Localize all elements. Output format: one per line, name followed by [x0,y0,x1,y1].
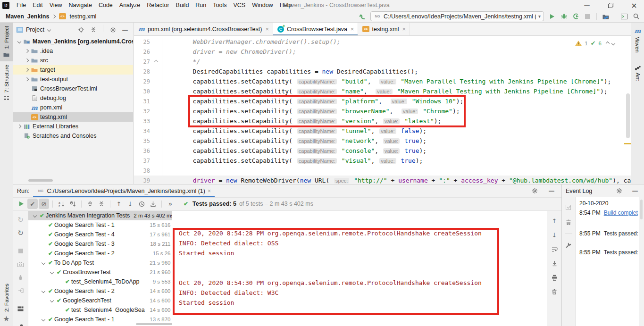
layout-icon[interactable] [16,303,26,314]
scroll-end-icon[interactable] [549,258,560,268]
project-tree-row[interactable]: CrossBrowserTest.iml [13,84,133,93]
menu-build[interactable]: Build [173,2,192,8]
editor-tab-1[interactable]: C✦CrossBrowserTest.java× [273,23,358,35]
trash-icon[interactable] [563,217,574,227]
profiler-icon[interactable] [16,272,26,283]
test-tree-row[interactable]: ✔test_Selenium4_ToDoApp9 s 553 ms [28,277,183,286]
close-tab-icon[interactable]: × [265,25,269,33]
code-line-26[interactable]: 26 driver = new ChromeDriver(); [134,47,631,57]
trash-icon[interactable] [549,286,560,297]
prev-icon[interactable]: ↑ [549,216,560,226]
gear-icon[interactable] [108,25,118,35]
softwrap-icon[interactable] [549,244,560,254]
code-line-30[interactable]: 30 capabilities.setCapability( capabilit… [134,86,631,96]
test-tree-row[interactable]: ✔GoogleSearchTest14 s 600 ms [28,296,183,305]
print-icon[interactable] [549,272,560,283]
hide-icon[interactable]: — [630,186,640,196]
maximize-icon[interactable] [605,0,616,10]
menu-refactor[interactable]: Refactor [143,2,172,8]
menu-run[interactable]: Run [192,2,209,8]
project-tree-row[interactable]: External Libraries [13,122,133,131]
debug-icon[interactable] [559,11,569,22]
locate-icon[interactable] [76,25,86,35]
project-tree-row[interactable]: Scratches and Consoles [13,131,133,141]
code-line-37[interactable]: 37 capabilities.setCapability( capabilit… [134,156,631,166]
gear-icon[interactable] [614,186,624,196]
menu-view[interactable]: View [46,2,66,8]
fold-marker-icon[interactable] [150,57,162,67]
menu-tools[interactable]: Tools [209,2,230,8]
test-tree-row[interactable]: ✔To Do App Test21 s 960 ms [28,258,183,267]
rerun-failed-icon[interactable]: ↻ [16,228,26,238]
chevron-right-icon[interactable] [24,59,30,62]
menu-edit[interactable]: Edit [29,2,46,8]
breadcrumb-project[interactable]: Maven_Jenkins [6,13,49,20]
chevron-right-icon[interactable] [24,78,30,81]
markread-icon[interactable] [563,202,574,212]
more-icon[interactable]: » [165,199,176,209]
project-view-caret-icon[interactable] [47,28,51,32]
test-tree-row[interactable]: ✔CrossBrowserTest21 s 960 ms [28,267,183,277]
test-tree-row[interactable]: ✔Google Search Test - 113 s 870 ms [28,315,183,324]
run-config-select[interactable]: NG C:/Users/Lenovo/IdeaProjects/Maven_Je… [370,11,544,21]
toolwindow-project-button[interactable]: 1: Project [0,23,13,61]
editor-tab-2[interactable]: <>testng.xml× [358,23,410,35]
project-tree-row[interactable]: <>testng.xml [13,112,133,122]
sort-alpha-icon[interactable]: az [56,199,67,209]
menu-analyze[interactable]: Analyze [116,2,143,8]
hide-icon[interactable]: — [546,186,557,196]
chevron-down-icon[interactable] [31,214,38,217]
play-icon[interactable] [16,199,26,209]
project-folder-icon[interactable] [601,11,611,22]
project-hscrollbar[interactable] [28,179,53,182]
menu-navigate[interactable]: Navigate [66,2,95,8]
collapse-all-icon[interactable] [88,25,99,35]
code-line-28[interactable]: 28 DesiredCapabilities capabilities = ne… [134,67,631,76]
chevron-down-icon[interactable] [40,261,47,264]
code-line-25[interactable]: 25 WebDriverManager.chromedriver().setup… [134,37,631,47]
event-log-scrollbar[interactable] [640,200,643,219]
test-tree-row[interactable]: ✔Google Search Test - 214 s 600 ms [28,286,183,296]
test-tree-row[interactable]: ✔Google Search Test - 417 s 961 ms [28,230,183,239]
gear-icon[interactable] [529,186,540,196]
collapse-all-icon[interactable] [96,199,107,209]
project-view-selector[interactable]: Project [26,26,44,33]
camera-icon[interactable] [16,259,26,269]
close-tab-icon[interactable]: × [208,188,211,194]
hide-icon[interactable]: — [120,25,130,35]
chevron-down-icon[interactable] [40,318,47,321]
chevron-right-icon[interactable] [16,125,23,128]
code-line-31[interactable]: 31 capabilities.setCapability( capabilit… [134,96,631,106]
code-line-33[interactable]: 33 capabilities.setCapability( capabilit… [134,116,631,126]
minimize-icon[interactable]: — [582,0,592,10]
search-icon[interactable] [631,11,641,22]
pin-icon[interactable] [16,321,26,326]
project-tree-row[interactable]: test-output [13,75,133,84]
coverage-icon[interactable] [570,11,581,22]
filter-ignored-icon[interactable]: ⊘ [39,199,49,209]
code-line-34[interactable]: 34 capabilities.setCapability( capabilit… [134,126,631,136]
menu-vcs[interactable]: VCS [230,2,249,8]
project-tree-row[interactable]: Maven_Jenkins [org.selenium4.CrossBr [13,37,133,46]
event-link[interactable]: Build complet [604,209,638,216]
filter-pass-icon[interactable]: ✔ [27,199,38,209]
run-tab[interactable]: NG C:/Users/Lenovo/IdeaProjects/Maven_Je… [33,184,215,197]
toolwindow-structure-button[interactable]: 7: Structure [0,61,13,105]
project-tree-row[interactable]: .idea [13,46,133,56]
project-tree-row[interactable]: target [13,65,133,75]
code-line-27[interactable]: 27 */ [134,57,631,67]
expand-all-icon[interactable] [85,199,95,209]
project-tree-row[interactable]: mpom.xml [13,103,133,112]
next-icon[interactable]: ↓ [549,230,560,240]
code-line-35[interactable]: 35 capabilities.setCapability( capabilit… [134,136,631,146]
menu-code[interactable]: Code [95,2,116,8]
breadcrumb-file[interactable]: testng.xml [69,13,96,20]
code-line-29[interactable]: 29 capabilities.setCapability( capabilit… [134,76,631,86]
test-tree-row[interactable]: ✔Google Search Test - 115 s 616 ms [28,220,183,230]
toolwindow-maven-button[interactable]: m Maven [635,27,641,53]
test-tree-row[interactable]: ✔Jenkins Maven Integration Tests2 m 43 s… [28,211,183,220]
test-tree-row[interactable]: ✔Google Search Test - 318 s 211 ms [28,239,183,249]
chevron-down-icon[interactable] [48,299,55,302]
terminal-icon[interactable] [619,11,629,22]
import-icon[interactable] [148,199,158,209]
